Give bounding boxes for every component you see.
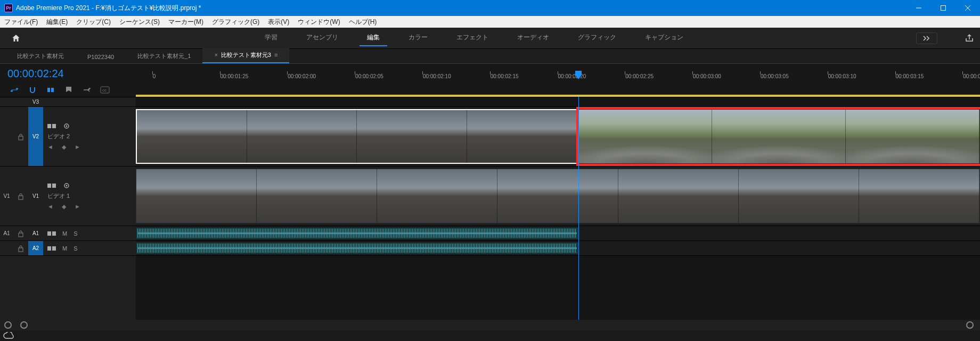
creative-cloud-icon[interactable] [3,332,15,339]
menu-view[interactable]: 表示(V) [264,16,293,28]
timeline-ruler-area[interactable]: 000:00:01:2500:00:02:0000:00:02:0500:00:… [136,64,980,97]
next-keyframe-icon[interactable]: ► [75,203,80,210]
toggle-sync-lock-icon[interactable] [47,245,56,252]
menu-marker[interactable]: マーカー(M) [164,16,208,28]
track-header-a1[interactable]: A1 A1 M S [0,226,136,240]
menu-window[interactable]: ウィンドウ(W) [293,16,344,28]
settings-icon[interactable] [82,85,92,95]
lane-master[interactable] [136,255,980,265]
zoom-scroll-handle[interactable] [966,321,974,329]
workspace-tab[interactable]: カラー [401,30,435,46]
track-label-v2[interactable]: V2 [28,107,43,166]
sequence-tab[interactable]: ×比較テスト素材元3≡ [202,48,289,63]
menu-sequence[interactable]: シーケンス(S) [115,16,164,28]
workspace-tab[interactable]: 編集 [360,30,387,46]
prev-keyframe-icon[interactable]: ◄ [47,203,53,210]
lane-v2[interactable]: fx fx [136,106,980,166]
window-close-button[interactable] [956,0,980,16]
lock-icon[interactable] [13,107,28,166]
clip-thumbnail [136,169,257,223]
timeline-timecode[interactable]: 00:00:02:24 [0,64,136,83]
lane-a2[interactable] [136,240,980,255]
workspace-tab[interactable]: エフェクト [449,30,496,46]
clip-thumbnail [859,169,979,223]
insert-overwrite-toggle-icon[interactable] [10,85,19,95]
audio-clip-a1[interactable] [136,227,578,239]
mute-button[interactable]: M [62,230,67,237]
menu-help[interactable]: ヘルプ(H) [345,16,381,28]
ruler-tick: 00:00:02:15 [491,73,519,79]
ruler-tick: 00:00:02:10 [423,73,451,79]
track-header-master[interactable] [0,255,136,265]
close-icon[interactable]: × [214,52,217,58]
lane-v3[interactable] [136,97,980,106]
workspace-tab[interactable]: オーディオ [510,30,557,46]
panel-menu-icon[interactable]: ≡ [274,52,277,58]
zoom-in-handle[interactable] [20,321,28,329]
add-keyframe-icon[interactable]: ◆ [62,144,66,151]
lane-a1[interactable] [136,226,980,240]
video-clip-v2-a[interactable]: fx [136,109,578,164]
snap-icon[interactable] [28,85,37,95]
sequence-tab[interactable]: 比較テスト素材元_1 [126,49,202,63]
menu-graphic[interactable]: グラフィック(G) [208,16,264,28]
lock-icon[interactable] [13,226,28,240]
audio-clip-a2[interactable] [136,242,578,254]
track-header-a2[interactable]: A2 M S [0,240,136,255]
add-keyframe-icon[interactable]: ◆ [62,203,66,210]
clip-thumbnail [497,169,618,223]
workspace-tab[interactable]: グラフィック [570,30,624,46]
workspace-tab[interactable]: キャプション [638,30,691,46]
track-label-v3[interactable]: V3 [28,97,43,106]
home-button[interactable] [0,34,32,43]
solo-button[interactable]: S [74,245,77,252]
track-header-v1[interactable]: V1 V1 ビデオ 1 ◄ ◆ ► [0,166,136,226]
sequence-tab[interactable]: 比較テスト素材元 [5,49,76,63]
track-header-v2[interactable]: V2 ビデオ 2 ◄ ◆ ► [0,106,136,166]
playhead-line [578,97,579,320]
linked-selection-icon[interactable] [46,85,55,95]
toggle-track-output-icon[interactable] [62,123,71,129]
track-content[interactable]: fx fx fx [136,97,980,320]
track-name-v1: ビデオ 1 [47,192,136,200]
captions-icon[interactable]: cc [100,85,110,95]
marker-icon[interactable] [64,85,74,95]
export-button[interactable] [959,34,980,43]
source-patch-a1[interactable]: A1 [0,226,13,240]
toggle-track-output-icon[interactable] [62,182,71,189]
svg-rect-19 [47,231,51,236]
ruler-tick: 00:00:03:10 [828,73,856,79]
lock-icon[interactable] [13,241,28,255]
toggle-sync-lock-icon[interactable] [47,182,56,189]
workspace-tab[interactable]: アセンブリ [299,30,346,46]
video-clip-v2-b[interactable]: fx [578,109,980,164]
lane-v1[interactable]: fx [136,166,980,226]
menu-file[interactable]: ファイル(F) [0,16,42,28]
track-header-v3[interactable]: V3 [0,97,136,106]
clip-thumbnail [137,110,247,163]
menu-edit[interactable]: 編集(E) [42,16,72,28]
workspace-overflow-button[interactable] [916,32,937,44]
svg-rect-9 [47,124,51,128]
toggle-sync-lock-icon[interactable] [47,123,56,129]
lock-icon[interactable] [13,167,28,226]
solo-button[interactable]: S [74,230,77,237]
sequence-tab-label: 比較テスト素材元 [17,53,64,59]
playhead-handle[interactable] [575,70,582,80]
mute-button[interactable]: M [62,245,67,252]
track-label-a1[interactable]: A1 [28,226,43,240]
window-minimize-button[interactable] [907,0,931,16]
toggle-sync-lock-icon[interactable] [47,230,56,237]
menu-clip[interactable]: クリップ(C) [72,16,115,28]
track-label-a2[interactable]: A2 [28,241,43,255]
ruler-tick: 00:00:01:25 [220,73,249,79]
workspace-tab[interactable]: 学習 [257,30,285,46]
prev-keyframe-icon[interactable]: ◄ [47,144,53,150]
source-patch-v1[interactable]: V1 [0,167,13,226]
sequence-tab[interactable]: P1022340 [76,51,126,63]
next-keyframe-icon[interactable]: ► [75,144,80,150]
track-label-v1[interactable]: V1 [28,167,43,226]
video-clip-v1-a[interactable]: fx [136,169,980,223]
zoom-out-handle[interactable] [4,321,12,329]
window-maximize-button[interactable] [931,0,956,16]
